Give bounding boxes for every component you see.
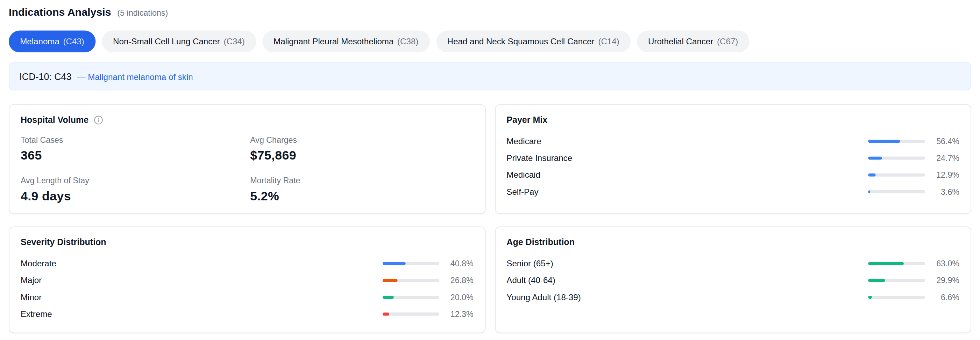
tab-label: Melanoma <box>20 36 59 46</box>
bar-percent: 56.4% <box>925 136 959 146</box>
bar-track <box>868 157 925 160</box>
indications-analysis-page: Indications Analysis (5 indications) Mel… <box>0 0 980 333</box>
stat-label: Avg Length of Stay <box>21 176 244 185</box>
card-title: Age Distribution <box>506 237 959 247</box>
tab-label: Non-Small Cell Lung Cancer <box>113 36 220 46</box>
tab-code: (C43) <box>63 36 84 46</box>
age-row-young-adult: Young Adult (18-39) 6.6% <box>506 289 959 305</box>
tab-head-neck-c14[interactable]: Head and Neck Squamous Cell Cancer (C14) <box>436 31 630 53</box>
bar-label: Adult (40-64) <box>506 276 868 285</box>
tab-code: (C38) <box>397 36 418 46</box>
payer-mix-card: Payer Mix Medicare 56.4% Private Insuran… <box>495 104 971 214</box>
bar-label: Medicaid <box>506 170 868 180</box>
bar-fill <box>382 296 394 299</box>
stat-avg-charges: Avg Charges $75,869 <box>250 136 473 163</box>
bar-track <box>868 279 925 282</box>
bar-track <box>868 140 925 143</box>
severity-row-major: Major 26.8% <box>21 272 474 289</box>
tab-code: (C67) <box>717 36 738 46</box>
tab-melanoma-c43[interactable]: Melanoma (C43) <box>9 31 95 53</box>
stat-value: 4.9 days <box>21 189 244 203</box>
hospital-volume-card: Hospital Volume Total Cases 365 <box>9 104 485 214</box>
bar-label: Minor <box>21 293 382 302</box>
bar-track <box>868 296 925 299</box>
stat-label: Mortality Rate <box>250 176 473 185</box>
bar-fill <box>868 190 870 193</box>
card-title: Payer Mix <box>506 115 959 125</box>
bar-percent: 63.0% <box>925 259 959 269</box>
bar-track <box>382 312 439 316</box>
payer-row-medicaid: Medicaid 12.9% <box>506 166 959 183</box>
bar-percent: 3.6% <box>925 187 959 196</box>
bar-label: Extreme <box>21 309 382 319</box>
bar-label: Young Adult (18-39) <box>506 293 868 302</box>
page-title: Indications Analysis <box>9 6 111 19</box>
bar-label: Moderate <box>21 259 382 269</box>
severity-distribution-card: Severity Distribution Moderate 40.8% Maj… <box>9 226 485 334</box>
bar-track <box>868 190 925 193</box>
stat-avg-length-of-stay: Avg Length of Stay 4.9 days <box>21 176 244 204</box>
payer-row-private-insurance: Private Insurance 24.7% <box>506 150 959 166</box>
bar-label: Self-Pay <box>506 187 868 196</box>
tab-nsclc-c34[interactable]: Non-Small Cell Lung Cancer (C34) <box>102 31 256 53</box>
page-header: Indications Analysis (5 indications) <box>9 5 971 19</box>
bar-percent: 24.7% <box>925 153 959 163</box>
tab-urothelial-c67[interactable]: Urothelial Cancer (C67) <box>637 31 749 53</box>
tab-label: Head and Neck Squamous Cell Cancer <box>447 36 595 46</box>
bar-track <box>382 296 439 299</box>
bar-fill <box>868 262 904 265</box>
payer-row-medicare: Medicare 56.4% <box>506 133 959 150</box>
card-title: Severity Distribution <box>21 237 474 247</box>
bar-track <box>382 279 439 282</box>
stat-mortality-rate: Mortality Rate 5.2% <box>250 176 473 204</box>
age-row-senior: Senior (65+) 63.0% <box>506 255 959 272</box>
bar-track <box>868 174 925 177</box>
bar-percent: 20.0% <box>439 293 473 302</box>
stat-label: Total Cases <box>21 136 244 145</box>
bar-label: Medicare <box>506 136 868 146</box>
bar-fill <box>382 262 406 265</box>
bar-percent: 40.8% <box>439 259 473 269</box>
stat-value: 365 <box>21 149 244 163</box>
bar-percent: 12.9% <box>925 170 959 180</box>
bar-fill <box>382 279 398 282</box>
hospital-volume-stats: Total Cases 365 Avg Charges $75,869 Avg … <box>21 136 474 204</box>
card-title-text: Hospital Volume <box>21 115 89 125</box>
age-distribution-card: Age Distribution Senior (65+) 63.0% Adul… <box>495 226 971 334</box>
bar-fill <box>382 312 389 316</box>
bar-fill <box>868 174 875 177</box>
bar-fill <box>868 140 900 143</box>
severity-row-extreme: Extreme 12.3% <box>21 306 474 323</box>
tab-label: Urothelial Cancer <box>648 36 713 46</box>
card-title-text: Payer Mix <box>506 115 547 125</box>
severity-bars: Moderate 40.8% Major 26.8% Minor 20.0% <box>21 255 474 323</box>
tab-mesothelioma-c38[interactable]: Malignant Pleural Mesothelioma (C38) <box>262 31 430 53</box>
card-title: Hospital Volume <box>21 115 474 125</box>
stat-label: Avg Charges <box>250 136 473 145</box>
bar-percent: 6.6% <box>925 293 959 302</box>
card-title-text: Severity Distribution <box>21 237 106 247</box>
stat-total-cases: Total Cases 365 <box>21 136 244 163</box>
icd-banner: ICD-10: C43 — Malignant melanoma of skin <box>9 62 971 90</box>
card-title-text: Age Distribution <box>506 237 574 247</box>
age-bars: Senior (65+) 63.0% Adult (40-64) 29.9% Y… <box>506 255 959 306</box>
payer-row-self-pay: Self-Pay 3.6% <box>506 183 959 200</box>
indication-tabs: Melanoma (C43) Non-Small Cell Lung Cance… <box>9 31 971 53</box>
bar-track <box>868 262 925 265</box>
bar-fill <box>868 157 882 160</box>
bar-label: Private Insurance <box>506 153 868 163</box>
bar-label: Senior (65+) <box>506 259 868 269</box>
icd-code: ICD-10: C43 <box>19 71 72 82</box>
bar-percent: 26.8% <box>439 276 473 285</box>
tab-code: (C34) <box>224 36 245 46</box>
severity-row-moderate: Moderate 40.8% <box>21 255 474 272</box>
payer-mix-bars: Medicare 56.4% Private Insurance 24.7% M… <box>506 133 959 200</box>
bar-fill <box>868 296 872 299</box>
age-row-adult: Adult (40-64) 29.9% <box>506 272 959 289</box>
info-icon[interactable] <box>93 115 103 125</box>
bar-track <box>382 262 439 265</box>
stat-value: $75,869 <box>250 149 473 163</box>
tab-label: Malignant Pleural Mesothelioma <box>274 36 393 46</box>
icd-description: — Malignant melanoma of skin <box>77 72 193 82</box>
viewport: Indications Analysis (5 indications) Mel… <box>0 0 980 340</box>
